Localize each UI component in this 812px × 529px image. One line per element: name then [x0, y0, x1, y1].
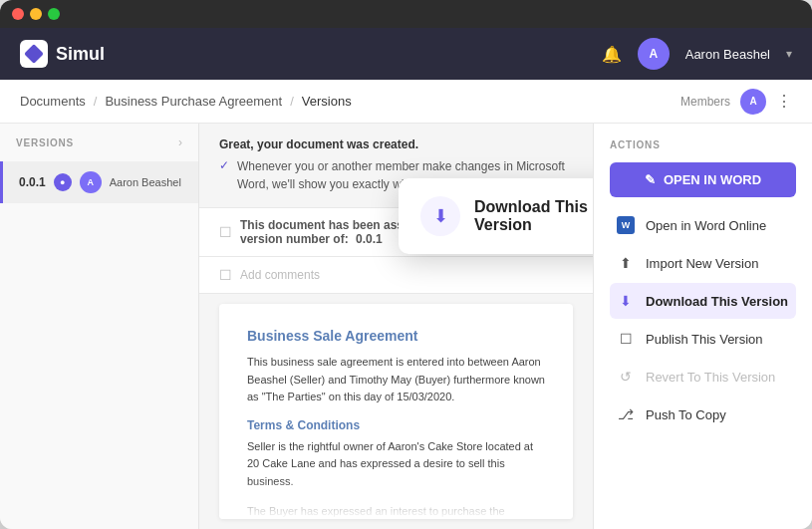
member-avatar: A: [740, 89, 766, 115]
publish-version-item[interactable]: ☐ Publish This Version: [610, 321, 796, 357]
assign-icon: ☐: [219, 224, 232, 240]
breadcrumb-right: Members A ⋮: [680, 89, 792, 115]
open-word-online-label: Open in Word Online: [646, 218, 766, 233]
logo-text: Simul: [56, 44, 105, 65]
chevron-down-icon[interactable]: ▾: [786, 47, 792, 61]
header-right: 🔔 A Aaron Beashel ▾: [602, 38, 792, 70]
header: Simul 🔔 A Aaron Beashel ▾: [0, 28, 812, 80]
members-label: Members: [680, 95, 730, 109]
revert-version-label: Revert To This Version: [646, 370, 775, 385]
logo-diamond: [24, 44, 44, 64]
open-in-word-button[interactable]: ✎ OPEN IN WORD: [610, 162, 796, 197]
notif-created-text: Great, your document was created.: [219, 137, 418, 151]
revert-version-item[interactable]: ↺ Revert To This Version: [610, 359, 796, 395]
actions-title: ACTIONS: [610, 139, 796, 150]
word-online-icon: W: [616, 215, 636, 235]
doc-title: Business Sale Agreement: [247, 328, 545, 344]
version-dot-label: ●: [60, 177, 65, 187]
download-version-item[interactable]: ⬇ Download This Version: [610, 283, 796, 319]
notif-created: Great, your document was created.: [219, 137, 573, 151]
logo: Simul: [20, 40, 602, 68]
breadcrumb-agreement[interactable]: Business Purchase Agreement: [105, 94, 282, 109]
publish-icon: ☐: [616, 329, 636, 349]
close-button[interactable]: [12, 8, 24, 20]
doc-fade: [219, 479, 573, 519]
publish-version-label: Publish This Version: [646, 332, 763, 347]
push-to-copy-label: Push To Copy: [646, 407, 726, 422]
download-action-icon: ⬇: [616, 291, 636, 311]
version-dot: ●: [54, 173, 72, 191]
user-name: Aaron Beashel: [685, 47, 770, 62]
sidebar-chevron-icon[interactable]: ›: [178, 135, 182, 149]
actions-panel: ACTIONS ✎ OPEN IN WORD W Open in Word On…: [593, 124, 812, 529]
comment-placeholder[interactable]: Add comments: [240, 268, 320, 282]
download-popup-label[interactable]: Download This Version: [474, 198, 593, 234]
doc-para1: This business sale agreement is entered …: [247, 354, 545, 406]
document-preview: Business Sale Agreement This business sa…: [219, 304, 573, 519]
download-version-label: Download This Version: [646, 294, 788, 309]
minimize-button[interactable]: [30, 8, 42, 20]
push-icon: ⎇: [616, 404, 636, 424]
breadcrumb-bar: Documents / Business Purchase Agreement …: [0, 80, 812, 124]
version-number: 0.0.1: [19, 175, 46, 189]
app-window: Simul 🔔 A Aaron Beashel ▾ Documents / Bu…: [0, 0, 812, 529]
avatar: A: [638, 38, 670, 70]
breadcrumb: Documents / Business Purchase Agreement …: [20, 94, 680, 109]
breadcrumb-documents[interactable]: Documents: [20, 94, 86, 109]
version-user-avatar: A: [80, 171, 102, 193]
revert-icon: ↺: [616, 367, 636, 387]
comment-icon: ☐: [219, 267, 232, 283]
version-list-item[interactable]: 0.0.1 ● A Aaron Beashel: [0, 161, 198, 203]
more-options-icon[interactable]: ⋮: [776, 92, 792, 111]
sidebar-header: VERSIONS ›: [0, 124, 198, 161]
pencil-icon: ✎: [645, 172, 656, 187]
titlebar: [0, 0, 812, 28]
sidebar-versions-title: VERSIONS: [16, 137, 74, 148]
logo-icon: [20, 40, 48, 68]
download-icon: ⬇: [433, 205, 448, 227]
breadcrumb-versions: Versions: [302, 94, 352, 109]
bell-icon[interactable]: 🔔: [602, 45, 622, 64]
doc-section1-title: Terms & Conditions: [247, 418, 545, 432]
breadcrumb-sep-2: /: [290, 94, 294, 109]
comment-row[interactable]: ☐ Add comments: [199, 257, 593, 294]
push-to-copy-item[interactable]: ⎇ Push To Copy: [610, 397, 796, 432]
maximize-button[interactable]: [48, 8, 60, 20]
import-new-version-item[interactable]: ⬆ Import New Version: [610, 245, 796, 281]
content-area: Great, your document was created. ✓ When…: [199, 124, 593, 529]
main-content: VERSIONS › 0.0.1 ● A Aaron Beashel Great…: [0, 124, 812, 529]
open-in-word-label: OPEN IN WORD: [664, 172, 761, 187]
download-icon-circle: ⬇: [420, 196, 460, 236]
download-popup: ⬇ Download This Version: [399, 178, 593, 254]
version-user-name: Aaron Beashel: [110, 176, 182, 188]
open-word-online-item[interactable]: W Open in Word Online: [610, 207, 796, 243]
check-icon: ✓: [219, 158, 229, 172]
breadcrumb-sep-1: /: [94, 94, 98, 109]
import-new-version-label: Import New Version: [646, 256, 758, 271]
import-icon: ⬆: [616, 253, 636, 273]
sidebar: VERSIONS › 0.0.1 ● A Aaron Beashel: [0, 124, 199, 529]
